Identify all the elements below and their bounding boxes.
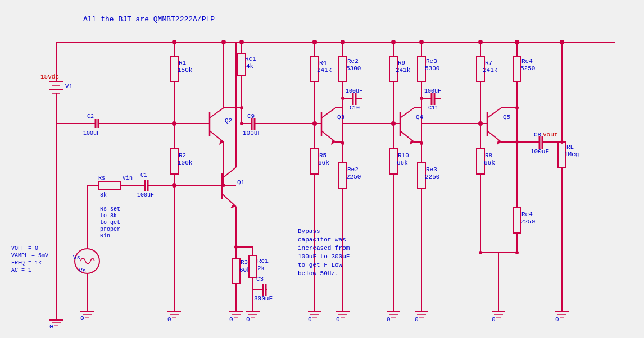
svg-text:Bypass: Bypass <box>298 228 320 235</box>
svg-text:R10: R10 <box>398 152 409 159</box>
svg-text:15Vdc: 15Vdc <box>40 74 59 80</box>
svg-text:R3: R3 <box>241 259 248 266</box>
svg-point-279 <box>515 140 519 144</box>
svg-point-255 <box>515 106 519 109</box>
svg-rect-192 <box>418 56 425 81</box>
svg-text:300uF: 300uF <box>254 295 273 302</box>
svg-rect-93 <box>238 53 246 76</box>
svg-text:5250: 5250 <box>520 65 535 72</box>
svg-text:Q4: Q4 <box>416 114 424 121</box>
svg-text:0: 0 <box>387 316 391 323</box>
svg-text:2250: 2250 <box>346 173 361 180</box>
svg-point-105 <box>240 122 243 125</box>
svg-text:below 50Hz.: below 50Hz. <box>298 270 339 277</box>
svg-rect-243 <box>513 56 521 81</box>
svg-text:R7: R7 <box>485 60 492 66</box>
svg-text:Q3: Q3 <box>337 114 344 121</box>
svg-text:5300: 5300 <box>425 65 439 72</box>
svg-point-196 <box>419 40 424 44</box>
svg-text:100uF: 100uF <box>243 130 261 136</box>
svg-text:VAMPL = 5mV: VAMPL = 5mV <box>11 253 48 259</box>
svg-text:5300: 5300 <box>346 65 361 72</box>
svg-text:C2: C2 <box>87 113 94 120</box>
svg-text:241k: 241k <box>396 67 411 74</box>
svg-text:Q1: Q1 <box>237 179 245 186</box>
svg-text:R8: R8 <box>485 152 492 159</box>
svg-text:to  8k: to 8k <box>100 213 117 219</box>
svg-point-247 <box>515 40 519 44</box>
svg-rect-29 <box>98 181 121 189</box>
svg-text:100uF: 100uF <box>83 130 100 136</box>
svg-text:Vs: Vs <box>73 254 80 261</box>
svg-text:Rc4: Rc4 <box>521 58 533 65</box>
svg-text:0: 0 <box>80 315 84 322</box>
annotation-top: All the BJT are QMMBT2222A/PLP <box>83 15 215 24</box>
svg-text:1Meg: 1Meg <box>564 151 579 158</box>
svg-rect-226 <box>418 163 425 188</box>
svg-text:0: 0 <box>229 316 233 323</box>
svg-text:increased from: increased from <box>298 245 350 252</box>
svg-text:Rs: Rs <box>98 175 105 181</box>
svg-text:150k: 150k <box>178 67 193 74</box>
svg-text:R1: R1 <box>179 60 187 66</box>
svg-point-146 <box>341 40 345 44</box>
svg-text:2250: 2250 <box>425 173 439 180</box>
svg-text:100k: 100k <box>178 159 193 166</box>
svg-text:C11: C11 <box>428 105 438 111</box>
svg-text:0: 0 <box>415 316 419 323</box>
svg-rect-0 <box>0 0 644 338</box>
svg-text:241k: 241k <box>317 67 332 74</box>
svg-text:0: 0 <box>555 316 559 323</box>
svg-text:0: 0 <box>49 323 53 330</box>
svg-text:100uF: 100uF <box>530 148 549 155</box>
svg-text:Re3: Re3 <box>426 166 437 173</box>
svg-text:100uF: 100uF <box>346 88 362 94</box>
svg-rect-168 <box>311 149 319 174</box>
svg-text:100uF: 100uF <box>424 88 441 94</box>
svg-text:Rc1: Rc1 <box>245 56 256 62</box>
svg-point-190 <box>391 40 396 44</box>
svg-text:0: 0 <box>336 316 340 323</box>
svg-text:C8: C8 <box>534 131 541 138</box>
svg-text:Rc2: Rc2 <box>347 58 359 65</box>
svg-text:0: 0 <box>492 316 496 323</box>
svg-point-79 <box>172 183 176 188</box>
svg-point-272 <box>515 251 519 254</box>
svg-rect-118 <box>249 255 257 278</box>
svg-point-123 <box>234 245 238 249</box>
svg-text:0: 0 <box>246 316 250 323</box>
svg-point-204 <box>420 97 423 100</box>
svg-text:capacitor was: capacitor was <box>298 236 346 243</box>
svg-text:66k: 66k <box>484 159 495 166</box>
svg-rect-142 <box>339 56 347 81</box>
svg-text:RL: RL <box>566 144 574 150</box>
svg-text:VOFF = 0: VOFF = 0 <box>11 245 38 252</box>
svg-text:2250: 2250 <box>520 218 535 225</box>
svg-text:Rin: Rin <box>100 233 110 239</box>
svg-text:R4: R4 <box>319 60 327 66</box>
svg-text:100uF to 300uF: 100uF to 300uF <box>298 253 350 260</box>
svg-text:FREQ = 1k: FREQ = 1k <box>11 260 42 266</box>
svg-text:AC = 1: AC = 1 <box>11 267 31 273</box>
svg-point-307 <box>172 40 176 44</box>
svg-text:V1: V1 <box>65 83 73 90</box>
svg-text:Re2: Re2 <box>347 166 359 173</box>
svg-text:241k: 241k <box>483 67 498 74</box>
svg-text:Re4: Re4 <box>521 211 533 218</box>
svg-rect-265 <box>513 208 521 233</box>
svg-rect-67 <box>170 149 178 174</box>
svg-point-154 <box>341 97 344 100</box>
svg-text:Re1: Re1 <box>257 258 269 264</box>
svg-rect-109 <box>232 258 240 284</box>
svg-text:0: 0 <box>308 316 312 323</box>
svg-text:C10: C10 <box>350 105 360 111</box>
svg-point-241 <box>478 40 483 44</box>
svg-rect-217 <box>389 149 397 174</box>
svg-text:66k: 66k <box>318 159 329 166</box>
schematic-canvas: All the BJT are QMMBT2222A/PLP 15Vdc V1 … <box>0 0 644 338</box>
svg-text:Q5: Q5 <box>503 114 510 121</box>
svg-point-99 <box>239 40 244 44</box>
svg-rect-260 <box>477 149 484 174</box>
svg-text:Vin: Vin <box>123 175 133 181</box>
svg-text:C1: C1 <box>140 172 147 179</box>
